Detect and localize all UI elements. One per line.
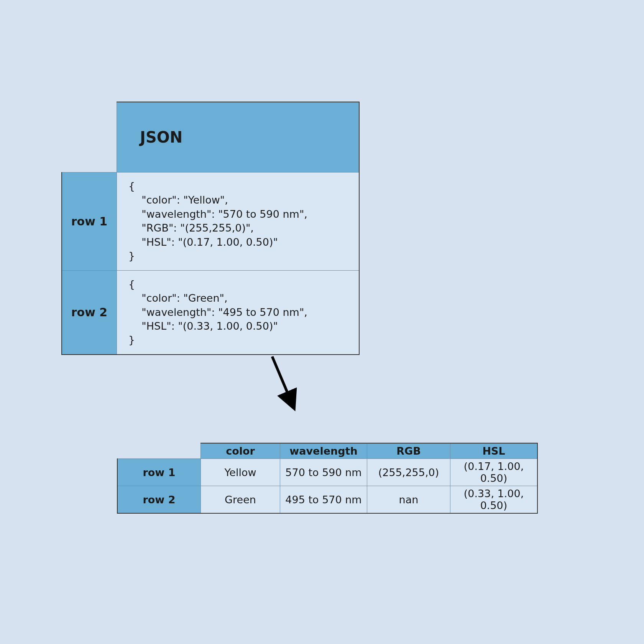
result-cell: Green bbox=[201, 486, 280, 514]
json-table-corner bbox=[62, 102, 117, 172]
result-table: color wavelength RGB HSL row 1 Yellow 57… bbox=[117, 443, 538, 514]
json-text-2: { "color": "Green", "wavelength": "495 t… bbox=[128, 278, 349, 347]
json-table-header: JSON bbox=[117, 102, 360, 172]
result-cell: (255,255,0) bbox=[367, 459, 450, 486]
json-row-cell-2: { "color": "Green", "wavelength": "495 t… bbox=[117, 270, 360, 355]
result-cell: 570 to 590 nm bbox=[280, 459, 367, 486]
json-source-table: JSON row 1 { "color": "Yellow", "wavelen… bbox=[61, 102, 360, 355]
result-col-wavelength: wavelength bbox=[280, 443, 367, 459]
result-row-label-2: row 2 bbox=[117, 486, 201, 514]
result-cell: (0.33, 1.00, 0.50) bbox=[450, 486, 538, 514]
svg-line-0 bbox=[272, 356, 293, 406]
json-text-1: { "color": "Yellow", "wavelength": "570 … bbox=[128, 179, 349, 263]
result-table-corner bbox=[117, 443, 201, 459]
json-row-label-2: row 2 bbox=[62, 270, 117, 355]
json-row-label-1: row 1 bbox=[62, 172, 117, 271]
json-row-cell-1: { "color": "Yellow", "wavelength": "570 … bbox=[117, 172, 360, 271]
result-col-color: color bbox=[201, 443, 280, 459]
result-cell: (0.17, 1.00, 0.50) bbox=[450, 459, 538, 486]
result-cell: 495 to 570 nm bbox=[280, 486, 367, 514]
arrow-down-icon bbox=[261, 353, 307, 414]
result-col-rgb: RGB bbox=[367, 443, 450, 459]
table-row: row 2 Green 495 to 570 nm nan (0.33, 1.0… bbox=[117, 486, 537, 514]
table-row: row 1 Yellow 570 to 590 nm (255,255,0) (… bbox=[117, 459, 537, 486]
result-cell: nan bbox=[367, 486, 450, 514]
result-row-label-1: row 1 bbox=[117, 459, 201, 486]
result-cell: Yellow bbox=[201, 459, 280, 486]
result-col-hsl: HSL bbox=[450, 443, 538, 459]
diagram-canvas: JSON row 1 { "color": "Yellow", "wavelen… bbox=[0, 0, 644, 644]
